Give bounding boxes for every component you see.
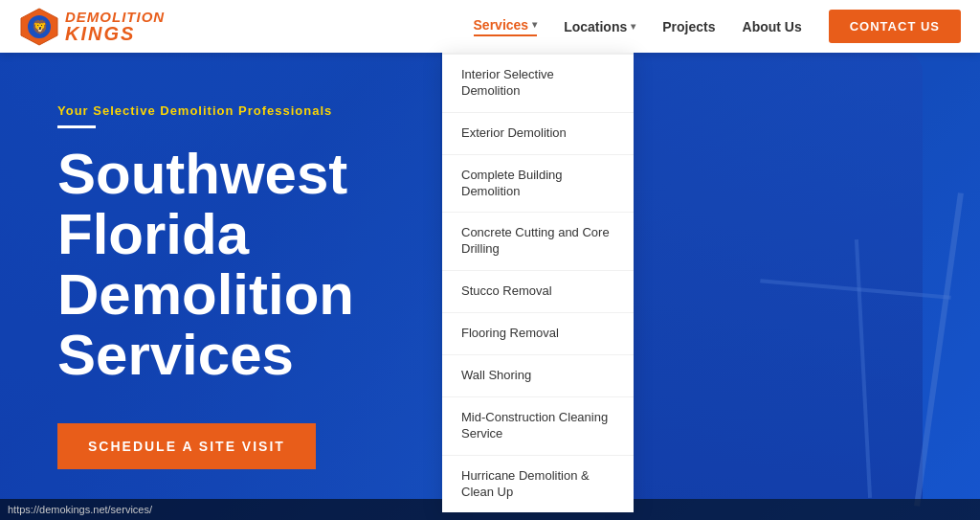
svg-text:🦁: 🦁 (32, 19, 49, 35)
navbar: 🦁 DEMOLITION KINGS Services ▾ Locations … (0, 0, 980, 53)
dropdown-item-exterior[interactable]: Exterior Demolition (442, 113, 634, 155)
logo-icon: 🦁 (19, 7, 59, 47)
dropdown-item-wall-shoring[interactable]: Wall Shoring (442, 355, 634, 397)
nav-locations[interactable]: Locations ▾ (564, 19, 635, 34)
hero-title: Southwest Florida Demolition Services (57, 144, 459, 385)
nav-links: Services ▾ Locations ▾ Projects About Us… (474, 10, 961, 43)
logo-text: DEMOLITION KINGS (65, 10, 165, 43)
nav-projects[interactable]: Projects (662, 19, 715, 34)
dropdown-item-complete-building[interactable]: Complete Building Demolition (442, 155, 634, 214)
dropdown-item-concrete[interactable]: Concrete Cutting and Core Drilling (442, 213, 634, 271)
dropdown-item-interior[interactable]: Interior Selective Demolition (442, 55, 634, 113)
nav-about[interactable]: About Us (743, 19, 802, 34)
dropdown-item-hurricane[interactable]: Hurricane Demolition & Clean Up (442, 456, 634, 513)
logo-line1: DEMOLITION (65, 10, 165, 24)
status-url: https://demokings.net/services/ (8, 504, 152, 515)
contact-button[interactable]: CONTACT US (829, 10, 961, 43)
dropdown-item-stucco[interactable]: Stucco Removal (442, 271, 634, 313)
dropdown-item-mid-construction[interactable]: Mid-Construction Cleaning Service (442, 397, 634, 456)
hero-divider (57, 125, 96, 128)
locations-chevron-icon: ▾ (631, 21, 635, 32)
dropdown-item-flooring[interactable]: Flooring Removal (442, 313, 634, 355)
logo-line2: KINGS (65, 24, 165, 43)
logo[interactable]: 🦁 DEMOLITION KINGS (19, 7, 165, 47)
nav-services[interactable]: Services ▾ (474, 17, 538, 36)
services-dropdown: Interior Selective Demolition Exterior D… (442, 53, 634, 512)
services-chevron-icon: ▾ (532, 19, 537, 30)
schedule-button[interactable]: SCHEDULE A SITE VISIT (57, 423, 316, 469)
